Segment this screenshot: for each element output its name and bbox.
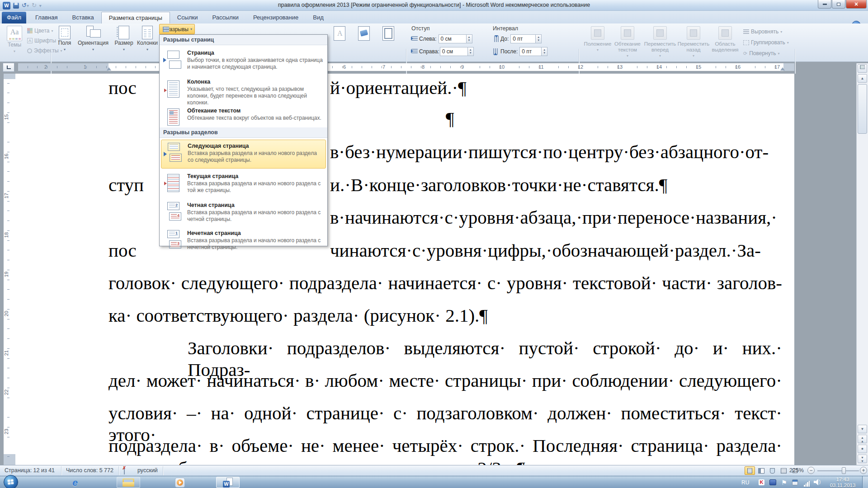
wrap-text-button[interactable]: Обтекание текстом▾ — [613, 26, 642, 59]
themes-button[interactable]: Aa Темы▾ — [5, 26, 24, 54]
proofing-status-icon[interactable] — [124, 467, 125, 474]
scrollbar-thumb[interactable] — [858, 84, 867, 134]
breaks-dropdown-menu: Разрывы страниц СтраницаВыбор точки, в к… — [159, 34, 328, 246]
language-indicator[interactable]: русский — [137, 467, 158, 474]
minimize-button[interactable] — [818, 0, 831, 9]
horizontal-ruler[interactable] — [18, 63, 794, 71]
left-indent-marker[interactable] — [107, 67, 111, 70]
group-button[interactable]: Группировать▾ — [743, 38, 789, 47]
margins-button[interactable]: Поля▾ — [55, 26, 74, 52]
breaks-button[interactable]: Разрывы▾ — [159, 24, 195, 34]
doc-line: ступ — [108, 174, 144, 196]
ribbon-tab-row: Файл Главная Вставка Разметка страницы С… — [0, 11, 868, 23]
tab-selector[interactable] — [3, 63, 14, 72]
theme-colors-button[interactable]: Цвета▾ — [27, 26, 53, 35]
document-area[interactable]: пос й·ориентацией.·¶ ¶ в·без·нумерации·п… — [0, 74, 868, 465]
next-page-button[interactable]: ▼▼ — [858, 455, 867, 463]
ruler-toggle-button[interactable] — [858, 64, 867, 73]
tab-references[interactable]: Ссылки — [170, 12, 205, 23]
size-button[interactable]: Размер▾ — [112, 26, 136, 52]
send-backward-button[interactable]: Переместить назад▾ — [677, 26, 710, 59]
column-break-icon — [164, 79, 184, 99]
tab-insert[interactable]: Вставка — [65, 12, 101, 23]
action-center-flag-icon[interactable]: ⚑ — [781, 479, 787, 486]
page-borders-button[interactable] — [382, 26, 394, 41]
tab-mailings[interactable]: Рассылки — [205, 12, 246, 23]
zoom-slider-thumb[interactable] — [842, 467, 846, 474]
network-signal-icon[interactable] — [804, 480, 810, 487]
clock[interactable]: 17:4303.11.2013 — [826, 477, 859, 488]
right-indent-marker[interactable] — [780, 67, 785, 70]
orientation-button[interactable]: Ориентация▾ — [76, 26, 110, 52]
menu-item-odd-page[interactable]: 1 3 Нечетная страницаВставка разрыва раз… — [161, 227, 326, 254]
spacing-after-input[interactable]: 0 пт — [519, 47, 542, 56]
indent-left-field: Слева: 0 см ▲▼ — [411, 34, 472, 43]
tab-home[interactable]: Главная — [28, 12, 65, 23]
restore-button[interactable] — [832, 0, 845, 9]
close-button[interactable]: × — [846, 0, 867, 9]
watermark-button[interactable]: A — [334, 26, 345, 41]
zoom-out-button[interactable]: − — [807, 467, 815, 474]
spacing-after-stepper[interactable]: ▲▼ — [542, 47, 547, 56]
rotate-button[interactable]: ⟳Повернуть▾ — [743, 49, 780, 58]
start-button[interactable] — [4, 475, 18, 488]
page-color-button[interactable] — [358, 26, 370, 41]
indent-left-input[interactable]: 0 см — [439, 34, 467, 43]
document-canvas — [794, 74, 856, 465]
indent-right-stepper[interactable]: ▲▼ — [468, 47, 474, 56]
menu-item-even-page[interactable]: 2 4 Четная страницаВставка разрыва разде… — [161, 199, 326, 226]
menu-item-text-wrapping[interactable]: Обтекание текстомОбтекание текста вокруг… — [161, 105, 326, 127]
position-button[interactable]: Положение▾ — [583, 26, 612, 53]
doc-line: и.·В·конце·заголовков·точки·не·ставятся.… — [330, 174, 667, 196]
menu-item-next-page[interactable]: Следующая страницаВставка разрыва раздел… — [161, 140, 326, 169]
web-layout-view-button[interactable] — [767, 466, 778, 475]
volume-icon[interactable]: ) — [814, 479, 821, 485]
word-count[interactable]: Число слов: 5 772 — [66, 467, 113, 474]
menu-section-section-breaks: Разрывы разделов — [160, 127, 327, 138]
tab-page-layout[interactable]: Разметка страницы — [101, 12, 170, 23]
tray-window-icon[interactable] — [792, 479, 798, 486]
taskbar-item-media-player[interactable] — [168, 477, 192, 488]
ruler-number: 19 — [4, 271, 9, 277]
zoom-in-button[interactable]: + — [860, 467, 867, 474]
outline-view-button[interactable] — [778, 466, 789, 475]
show-desktop-button[interactable] — [862, 476, 868, 488]
tab-file[interactable]: Файл — [2, 12, 26, 23]
tab-review[interactable]: Рецензирование — [246, 12, 306, 23]
menu-item-continuous[interactable]: Текущая страницаВставка разрыва раздела … — [161, 170, 326, 198]
ruler-number: 18 — [4, 232, 9, 238]
antivirus-tray-icon[interactable]: K — [759, 479, 764, 486]
spacing-before-input[interactable]: 0 пт — [510, 34, 536, 43]
taskbar-item-word[interactable]: W — [216, 477, 240, 488]
indent-right-input[interactable]: 0 см — [440, 47, 468, 56]
bring-forward-button[interactable]: Переместить вперед▾ — [644, 26, 676, 59]
page-indicator[interactable]: Страница: 12 из 41 — [5, 467, 55, 474]
document-page[interactable]: пос й·ориентацией.·¶ ¶ в·без·нумерации·п… — [15, 74, 794, 465]
align-button[interactable]: Выровнять▾ — [743, 27, 782, 36]
keyboard-language-indicator[interactable]: RU — [741, 479, 749, 486]
ruler-number: 23 — [4, 428, 9, 435]
scroll-up-button[interactable]: ▲ — [858, 74, 867, 83]
columns-button[interactable]: Колонки▾ — [136, 26, 159, 52]
themes-icon: Aa — [7, 26, 22, 41]
zoom-slider-track[interactable] — [817, 470, 859, 471]
print-layout-view-button[interactable] — [745, 466, 755, 475]
windows-logo-icon — [7, 479, 14, 485]
scroll-down-button[interactable]: ▼ — [858, 425, 867, 433]
browse-object-button[interactable]: ● — [858, 445, 867, 453]
tab-view[interactable]: Вид — [306, 12, 331, 23]
selection-pane-button[interactable]: Область выделения — [711, 26, 740, 53]
taskbar-item-explorer[interactable] — [117, 477, 140, 488]
menu-item-column[interactable]: КолонкаУказывает, что текст, следующий з… — [161, 76, 326, 104]
indent-left-stepper[interactable]: ▲▼ — [467, 34, 472, 43]
vertical-scrollbar[interactable]: ▲ ▼ ▲▲ ● ▼▼ — [856, 63, 868, 465]
internet-explorer-icon: e — [72, 477, 78, 488]
menu-item-page[interactable]: СтраницаВыбор точки, в которой заканчива… — [161, 47, 326, 75]
fullscreen-reading-view-button[interactable] — [756, 466, 766, 475]
zoom-level[interactable]: 225% — [789, 467, 804, 474]
spacing-before-stepper[interactable]: ▲▼ — [536, 34, 542, 43]
vertical-ruler[interactable] — [4, 74, 15, 465]
tray-app-icon[interactable] — [769, 479, 776, 486]
previous-page-button[interactable]: ▲▲ — [858, 435, 867, 443]
taskbar-item-internet-explorer[interactable]: e — [63, 477, 87, 488]
